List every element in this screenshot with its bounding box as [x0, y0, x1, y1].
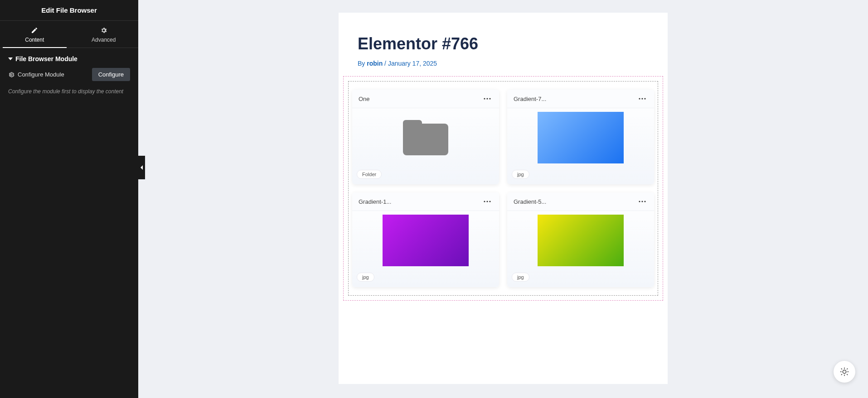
caret-down-icon — [8, 57, 13, 61]
svg-point-1 — [484, 98, 485, 99]
svg-point-10 — [639, 201, 640, 202]
file-preview — [352, 211, 499, 270]
file-type-tag: jpg — [512, 273, 529, 282]
theme-toggle-button[interactable] — [834, 361, 855, 383]
file-footer: jpg — [507, 270, 654, 287]
page-date: January 17, 2025 — [388, 60, 437, 67]
tab-advanced-label: Advanced — [69, 37, 139, 43]
file-type-tag: Folder — [357, 170, 382, 179]
file-card-header: One — [352, 90, 499, 108]
file-name: Gradient-5... — [514, 198, 546, 205]
editor-sidebar: Edit File Browser Content Advanced File … — [0, 0, 138, 398]
file-name: Gradient-1... — [359, 198, 391, 205]
svg-point-9 — [489, 201, 490, 202]
file-card-image[interactable]: Gradient-7... jpg — [507, 90, 654, 184]
more-menu-button[interactable] — [482, 94, 493, 103]
file-type-tag: jpg — [512, 170, 529, 179]
svg-point-0 — [10, 74, 12, 76]
configure-button[interactable]: Configure — [92, 68, 130, 81]
file-card-header: Gradient-7... — [507, 90, 654, 108]
image-thumbnail — [538, 215, 624, 266]
file-card-image[interactable]: Gradient-1... jpg — [352, 192, 499, 287]
page-meta: By robin / January 17, 2025 — [339, 53, 668, 67]
svg-line-20 — [841, 374, 842, 375]
tab-content-label: Content — [0, 37, 69, 43]
file-browser-widget: One Folder — [348, 81, 658, 296]
file-card-image[interactable]: Gradient-5... jpg — [507, 192, 654, 287]
more-menu-button[interactable] — [637, 94, 648, 103]
file-type-tag: jpg — [357, 273, 374, 282]
gear-small-icon — [8, 72, 15, 78]
page-author[interactable]: robin — [367, 60, 383, 67]
svg-point-5 — [641, 98, 643, 99]
more-icon — [639, 98, 646, 100]
more-icon — [484, 201, 491, 202]
widget-selection-outline[interactable]: One Folder — [343, 76, 663, 301]
meta-sep: / — [383, 60, 388, 67]
svg-point-2 — [486, 98, 488, 99]
file-footer: Folder — [352, 167, 499, 184]
file-card-header: Gradient-5... — [507, 192, 654, 211]
gear-icon — [100, 27, 107, 34]
more-icon — [484, 98, 491, 100]
svg-point-13 — [843, 370, 846, 373]
svg-line-21 — [847, 369, 848, 369]
file-footer: jpg — [352, 270, 499, 287]
more-menu-button[interactable] — [482, 197, 493, 206]
file-preview — [507, 211, 654, 270]
sidebar-title: Edit File Browser — [0, 0, 138, 21]
file-preview — [507, 108, 654, 167]
file-preview — [352, 108, 499, 167]
image-thumbnail — [538, 112, 624, 163]
svg-point-12 — [644, 201, 645, 202]
file-grid: One Folder — [352, 90, 654, 287]
svg-point-8 — [486, 201, 488, 202]
svg-point-3 — [489, 98, 490, 99]
pencil-icon — [31, 27, 38, 34]
svg-point-6 — [644, 98, 645, 99]
page-title: Elementor #766 — [339, 13, 668, 53]
image-thumbnail — [383, 215, 469, 266]
file-footer: jpg — [507, 167, 654, 184]
section-title: File Browser Module — [15, 55, 78, 62]
page-card: Elementor #766 By robin / January 17, 20… — [339, 13, 668, 384]
sidebar-tabs: Content Advanced — [0, 21, 138, 48]
svg-point-4 — [639, 98, 640, 99]
svg-line-17 — [847, 374, 848, 375]
editor-canvas: Elementor #766 By robin / January 17, 20… — [138, 0, 868, 398]
file-card-header: Gradient-1... — [352, 192, 499, 211]
configure-label: Configure Module — [8, 71, 64, 78]
section-header[interactable]: File Browser Module — [0, 48, 138, 68]
sun-icon — [839, 367, 849, 377]
tab-content[interactable]: Content — [0, 21, 69, 48]
file-name: Gradient-7... — [514, 96, 546, 102]
more-menu-button[interactable] — [637, 197, 648, 206]
file-name: One — [359, 96, 370, 102]
more-icon — [639, 201, 646, 202]
configure-label-text: Configure Module — [18, 71, 64, 78]
file-card-folder[interactable]: One Folder — [352, 90, 499, 184]
configure-note: Configure the module first to display th… — [0, 86, 138, 97]
svg-point-11 — [641, 201, 643, 202]
folder-icon — [403, 120, 448, 155]
svg-line-16 — [841, 369, 842, 369]
by-prefix: By — [358, 60, 367, 67]
tab-advanced[interactable]: Advanced — [69, 21, 139, 48]
configure-row: Configure Module Configure — [0, 68, 138, 86]
svg-point-7 — [484, 201, 485, 202]
